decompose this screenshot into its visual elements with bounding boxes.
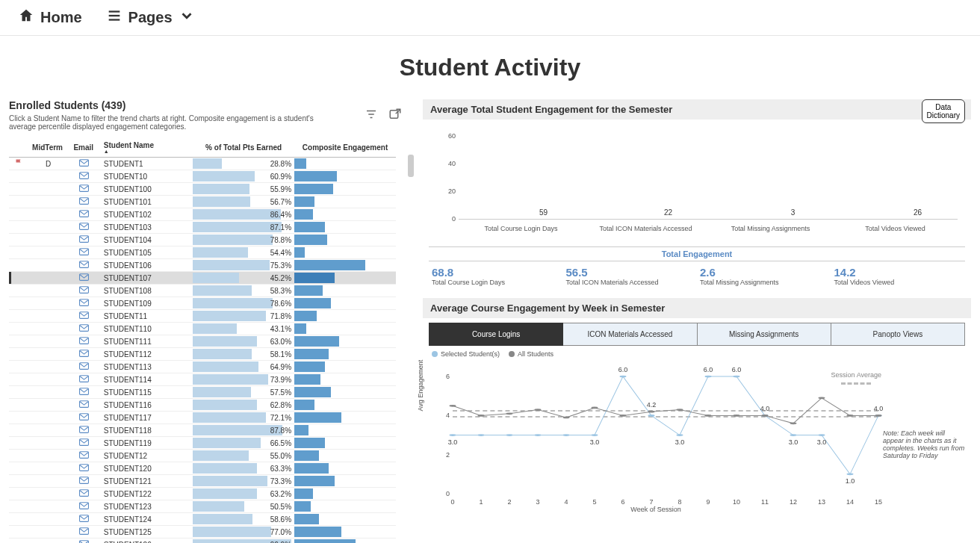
svg-rect-34 [80, 490, 89, 497]
student-name: STUDENT11 [99, 310, 193, 323]
svg-point-61 [506, 412, 512, 415]
email-icon[interactable] [79, 350, 89, 357]
email-icon[interactable] [79, 172, 89, 179]
email-icon[interactable] [79, 515, 89, 522]
table-row[interactable]: STUDENT12577.0% [9, 526, 396, 539]
email-icon[interactable] [79, 540, 89, 543]
point-label: 4.2 [647, 401, 657, 409]
table-row[interactable]: STUDENT1255.0% [9, 450, 396, 462]
table-row[interactable]: STUDENT10675.3% [9, 259, 396, 272]
midterm-cell [28, 437, 69, 450]
tab[interactable]: Missing Assignments [698, 323, 831, 346]
student-name: STUDENT104 [99, 234, 193, 246]
email-icon[interactable] [79, 502, 89, 509]
email-icon[interactable] [79, 324, 89, 332]
table-row[interactable]: STUDENT10387.1% [9, 221, 396, 234]
svg-point-49 [619, 376, 626, 378]
table-row[interactable]: STUDENT10055.9% [9, 183, 396, 196]
filter-button[interactable] [362, 105, 381, 125]
col-flag[interactable] [9, 138, 28, 158]
nav-pages[interactable]: Pages [106, 7, 195, 28]
table-row[interactable]: STUDENT12350.5% [9, 500, 396, 513]
table-row[interactable]: STUDENT11887.8% [9, 424, 396, 437]
email-icon[interactable] [79, 477, 89, 484]
table-row[interactable]: STUDENT10286.4% [9, 208, 396, 221]
expand-button[interactable] [385, 105, 405, 125]
col-comp[interactable]: Composite Engagement [294, 138, 396, 158]
email-icon[interactable] [79, 400, 89, 408]
table-row[interactable]: STUDENT1171.8% [9, 310, 396, 323]
email-icon[interactable] [79, 464, 89, 471]
email-icon[interactable] [79, 235, 89, 243]
student-name: STUDENT123 [99, 500, 193, 513]
tab[interactable]: ICON Materials Accessed [563, 323, 697, 346]
table-row[interactable]: STUDENT11557.5% [9, 386, 396, 399]
email-icon[interactable] [79, 426, 89, 433]
student-name: STUDENT112 [99, 348, 193, 361]
table-row[interactable]: STUDENT11163.0% [9, 335, 396, 348]
email-icon[interactable] [79, 286, 89, 294]
table-row[interactable]: STUDENT12458.6% [9, 513, 396, 526]
table-row[interactable]: STUDENT11662.8% [9, 399, 396, 412]
table-row[interactable]: STUDENT10478.8% [9, 234, 396, 246]
midterm-cell [28, 450, 69, 462]
svg-point-67 [676, 409, 683, 411]
table-row[interactable]: STUDENT1060.9% [9, 170, 396, 183]
email-icon[interactable] [79, 413, 89, 421]
table-row[interactable]: DSTUDENT128.8% [9, 158, 396, 170]
point-label: 4.0 [874, 405, 884, 412]
scrollbar[interactable] [408, 155, 414, 177]
table-row[interactable]: STUDENT12173.3% [9, 475, 396, 488]
table-row[interactable]: STUDENT10978.6% [9, 297, 396, 310]
email-icon[interactable] [79, 451, 89, 459]
table-row[interactable]: STUDENT11364.9% [9, 361, 396, 373]
email-icon[interactable] [79, 489, 89, 497]
email-icon[interactable] [79, 197, 89, 205]
table-row[interactable]: STUDENT11043.1% [9, 323, 396, 335]
email-icon[interactable] [79, 438, 89, 446]
table-row[interactable]: STUDENT10745.2% [9, 272, 396, 285]
table-row[interactable]: STUDENT12696.9% [9, 539, 396, 544]
email-icon[interactable] [79, 337, 89, 344]
email-icon[interactable] [79, 388, 89, 395]
col-midterm[interactable]: MidTerm [28, 138, 69, 158]
nav-home[interactable]: Home [18, 7, 82, 28]
col-name[interactable]: Student Name [99, 138, 193, 158]
svg-rect-12 [80, 211, 89, 217]
email-icon[interactable] [79, 248, 89, 255]
table-row[interactable]: STUDENT11258.1% [9, 348, 396, 361]
table-row[interactable]: STUDENT10858.3% [9, 285, 396, 297]
col-email[interactable]: Email [69, 138, 99, 158]
pct-value: 73.9% [270, 376, 291, 384]
tab[interactable]: Course Logins [429, 323, 563, 346]
midterm-cell [28, 488, 69, 500]
pct-value: 72.1% [270, 414, 291, 422]
email-icon[interactable] [79, 273, 89, 281]
table-row[interactable]: STUDENT12263.2% [9, 488, 396, 500]
email-icon[interactable] [79, 362, 89, 370]
table-row[interactable]: STUDENT10156.7% [9, 196, 396, 208]
email-icon[interactable] [79, 159, 89, 167]
table-row[interactable]: STUDENT10554.4% [9, 246, 396, 259]
email-icon[interactable] [79, 311, 89, 319]
midterm-cell [28, 208, 69, 221]
email-icon[interactable] [79, 261, 89, 268]
email-icon[interactable] [79, 210, 89, 217]
table-row[interactable]: STUDENT11966.5% [9, 437, 396, 450]
svg-rect-37 [80, 528, 89, 535]
email-icon[interactable] [79, 223, 89, 230]
col-pct[interactable]: % of Total Pts Earned [193, 138, 294, 158]
email-icon[interactable] [79, 375, 89, 382]
table-row[interactable]: STUDENT11772.1% [9, 412, 396, 424]
tab[interactable]: Panopto Views [831, 323, 965, 346]
email-icon[interactable] [79, 299, 89, 306]
midterm-cell [28, 500, 69, 513]
email-icon[interactable] [79, 184, 89, 192]
student-name: STUDENT120 [99, 462, 193, 475]
table-row[interactable]: STUDENT12063.3% [9, 462, 396, 475]
svg-point-74 [875, 415, 881, 417]
student-name: STUDENT114 [99, 373, 193, 386]
data-dictionary-button[interactable]: Data Dictionary [922, 99, 965, 123]
email-icon[interactable] [79, 527, 89, 535]
table-row[interactable]: STUDENT11473.9% [9, 373, 396, 386]
